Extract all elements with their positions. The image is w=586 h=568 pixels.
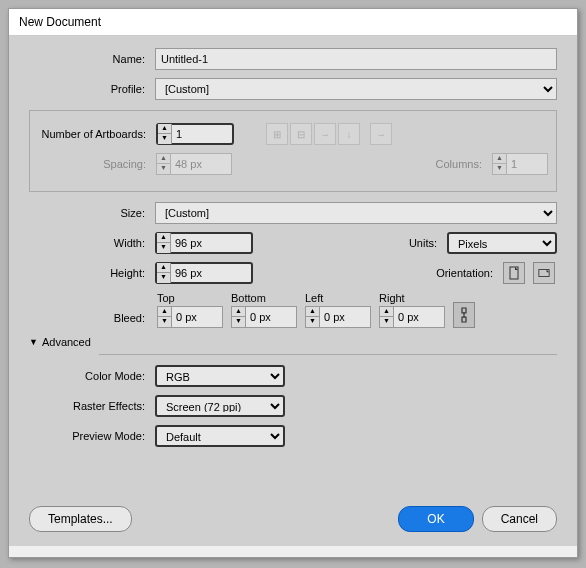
- profile-label: Profile:: [29, 83, 149, 95]
- down-icon: ▼: [493, 164, 507, 174]
- arrange-down-icon: ↓: [338, 123, 360, 145]
- ok-button[interactable]: OK: [398, 506, 473, 532]
- bleed-right-input[interactable]: [394, 307, 444, 327]
- up-icon[interactable]: ▲: [158, 124, 172, 134]
- down-icon[interactable]: ▼: [306, 317, 320, 327]
- up-icon[interactable]: ▲: [306, 307, 320, 317]
- down-icon[interactable]: ▼: [158, 317, 172, 327]
- arrange-icons: ⊞ ⊟ → ↓ →: [266, 123, 392, 145]
- height-label: Height:: [29, 267, 149, 279]
- profile-select[interactable]: [Custom]: [155, 78, 557, 100]
- bleed-bottom-input[interactable]: [246, 307, 296, 327]
- up-icon[interactable]: ▲: [157, 233, 171, 243]
- arrange-ltr-icon: →: [370, 123, 392, 145]
- color-mode-select[interactable]: RGB: [155, 365, 285, 387]
- dialog-title: New Document: [9, 9, 577, 36]
- bleed-bottom-spinner[interactable]: ▲▼: [231, 306, 297, 328]
- width-input[interactable]: [171, 233, 251, 253]
- bleed-left-input[interactable]: [320, 307, 370, 327]
- up-icon: ▲: [493, 154, 507, 164]
- bleed-right-spinner[interactable]: ▲▼: [379, 306, 445, 328]
- bleed-top-label: Top: [157, 292, 223, 304]
- down-icon[interactable]: ▼: [157, 243, 171, 253]
- up-icon: ▲: [157, 154, 171, 164]
- up-icon[interactable]: ▲: [232, 307, 246, 317]
- down-icon[interactable]: ▼: [157, 273, 171, 283]
- preview-mode-select[interactable]: Default: [155, 425, 285, 447]
- down-icon[interactable]: ▼: [232, 317, 246, 327]
- spacing-spinner: ▲▼: [156, 153, 232, 175]
- up-icon[interactable]: ▲: [158, 307, 172, 317]
- units-label: Units:: [409, 237, 441, 249]
- height-input[interactable]: [171, 263, 251, 283]
- svg-rect-1: [539, 270, 549, 277]
- columns-label: Columns:: [436, 158, 486, 170]
- grid-col-icon: ⊟: [290, 123, 312, 145]
- down-icon[interactable]: ▼: [158, 134, 172, 144]
- name-label: Name:: [29, 53, 149, 65]
- raster-effects-select[interactable]: Screen (72 ppi): [155, 395, 285, 417]
- bleed-bottom-label: Bottom: [231, 292, 297, 304]
- artboards-input[interactable]: [172, 124, 232, 144]
- portrait-icon[interactable]: [503, 262, 525, 284]
- landscape-icon[interactable]: [533, 262, 555, 284]
- advanced-label: Advanced: [42, 336, 91, 348]
- color-mode-label: Color Mode:: [29, 370, 149, 382]
- bleed-right-label: Right: [379, 292, 445, 304]
- width-label: Width:: [29, 237, 149, 249]
- raster-label: Raster Effects:: [29, 400, 149, 412]
- size-select[interactable]: [Custom]: [155, 202, 557, 224]
- orientation-label: Orientation:: [436, 267, 497, 279]
- artboards-spinner[interactable]: ▲▼: [156, 123, 234, 145]
- bleed-top-input[interactable]: [172, 307, 222, 327]
- advanced-header[interactable]: ▼ Advanced: [29, 336, 557, 348]
- bleed-left-spinner[interactable]: ▲▼: [305, 306, 371, 328]
- chevron-down-icon: ▼: [29, 337, 38, 347]
- artboards-label: Number of Artboards:: [38, 128, 150, 140]
- units-select[interactable]: Pixels: [447, 232, 557, 254]
- width-spinner[interactable]: ▲▼: [155, 232, 253, 254]
- arrange-right-icon: →: [314, 123, 336, 145]
- bleed-label: Bleed:: [29, 312, 149, 324]
- size-label: Size:: [29, 207, 149, 219]
- name-input[interactable]: [155, 48, 557, 70]
- templates-button[interactable]: Templates...: [29, 506, 132, 532]
- grid-row-icon: ⊞: [266, 123, 288, 145]
- spacing-label: Spacing:: [38, 158, 150, 170]
- link-bleed-icon[interactable]: [453, 302, 475, 328]
- new-document-dialog: New Document Name: Profile: [Custom] Num…: [8, 8, 578, 558]
- up-icon[interactable]: ▲: [380, 307, 394, 317]
- dialog-content: Name: Profile: [Custom] Number of Artboa…: [9, 36, 577, 546]
- columns-spinner: ▲▼: [492, 153, 548, 175]
- down-icon[interactable]: ▼: [380, 317, 394, 327]
- bleed-left-label: Left: [305, 292, 371, 304]
- up-icon[interactable]: ▲: [157, 263, 171, 273]
- artboard-group: Number of Artboards: ▲▼ ⊞ ⊟ → ↓ → Spacin…: [29, 110, 557, 192]
- columns-input: [507, 154, 547, 174]
- spacing-input: [171, 154, 231, 174]
- height-spinner[interactable]: ▲▼: [155, 262, 253, 284]
- bleed-top-spinner[interactable]: ▲▼: [157, 306, 223, 328]
- down-icon: ▼: [157, 164, 171, 174]
- cancel-button[interactable]: Cancel: [482, 506, 557, 532]
- preview-label: Preview Mode:: [29, 430, 149, 442]
